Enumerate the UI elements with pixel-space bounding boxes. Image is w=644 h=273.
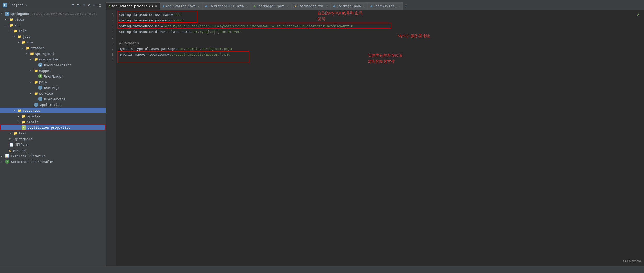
tree-label-help-md: HELP.md [15,143,29,147]
tab-label: UserPojo.java [337,4,361,8]
expand-arrow [1,160,4,163]
tree-item-help-md[interactable]: 📄 HELP.md [0,142,106,147]
tree-item-java[interactable]: 📁 java [0,34,106,39]
project-dropdown-icon[interactable]: ▾ [26,3,27,7]
java-tab-icon2: ● [205,4,207,8]
tab-close-icon[interactable]: ✕ [326,5,328,8]
structure-icon[interactable]: ≡ [77,3,79,7]
tab-usercontroller-java[interactable]: ● UserController.java ✕ [202,2,251,10]
tab-close-icon[interactable]: ✕ [155,4,157,8]
project-tree: P SpringBoot C:\Users\50194\Desktop\idea… [0,10,106,266]
tab-userservice-java[interactable]: ● UserService... [368,2,402,10]
tree-label-service: service [39,92,53,95]
tab-label: UserController.java [209,4,244,8]
tree-item-external-libs[interactable]: 📊 External Libraries [0,153,106,159]
tab-userpojo-java[interactable]: ● UserPojo.java ✕ [331,2,368,10]
tree-item-springboot[interactable]: P SpringBoot C:\Users\50194\Desktop\idea… [0,11,106,17]
tree-item-controller[interactable]: 📁 controller [0,56,106,62]
line-num-7: 7 [107,46,115,52]
prop-key-1: spring.datasource.username [119,12,171,18]
tree-item-main[interactable]: 📁 main [0,28,106,34]
code-lines[interactable]: spring.datasource.username=root spring.d… [116,10,644,266]
tab-application-properties[interactable]: ⚙ application.properties ✕ [106,2,160,10]
expand-arrow [30,81,33,84]
title-icons: ⊕ ≡ ⊟ ⚙ — □ [72,3,103,7]
code-line-7: mybatis.type-aliases-package=com.example… [119,46,641,52]
code-line-3: spring.datasource.url=jdbc:mysql://local… [119,23,641,29]
tree-item-mapper[interactable]: 📁 mapper [0,68,106,73]
tab-usermapper-xml[interactable]: ◈ UserMapper.xml ✕ [292,2,331,10]
code-line-1: spring.datasource.username=root [119,12,641,18]
tree-label-application-properties: application.properties [28,126,70,130]
tree-label-com: com [27,40,33,44]
tree-item-gitignore[interactable]: ◫ .gitignore [0,136,106,142]
xml-tab-icon: ◈ [295,4,296,8]
expand-arrow [1,12,4,15]
tree-item-springboot-pkg[interactable]: 📁 springboot [0,51,106,56]
project-title[interactable]: Project [9,3,23,7]
tab-usermapper-java[interactable]: ◉ UserMapper.java ✕ [251,2,291,10]
resources-folder-icon: 📁 [18,109,22,112]
tree-label-scratches: Scratches and Consoles [11,160,54,164]
line-num-4: 4 [107,29,115,35]
maximize-icon[interactable]: □ [99,3,101,7]
tree-item-test[interactable]: 📁 test [0,130,106,136]
tree-item-userpojo[interactable]: C UserPojo [0,85,106,90]
code-line-2: spring.datasource.password=admin [119,18,641,23]
tree-item-example[interactable]: 📁 example [0,45,106,51]
tree-item-src[interactable]: 📁 src [0,22,106,28]
tab-label: UserService... [374,4,400,8]
settings-icon[interactable]: ⚙ [88,3,90,7]
minimize-icon[interactable]: — [93,3,96,7]
usermapper-java-icon: I [38,74,42,78]
tree-item-pom-xml[interactable]: ◧ pom.xml [0,147,106,153]
line-numbers: 1 2 3 4 5 6 7 8 9 [106,10,116,266]
tab-label: Application.java [166,4,196,8]
line-num-2: 2 [107,18,115,23]
usercontroller-java-icon: C [38,63,42,67]
tree-label-userpojo: UserPojo [44,86,60,90]
tree-item-resources[interactable]: 📁 resources [0,108,106,113]
mybatis-folder-icon: 📁 [22,114,26,118]
controller-folder-icon: 📁 [34,57,38,61]
collapse-icon[interactable]: ⊟ [83,3,85,7]
java-folder-icon: 📁 [18,35,22,39]
expand-arrow [18,41,21,44]
tree-item-application[interactable]: C Application [0,102,106,108]
tree-item-pojo[interactable]: 📁 pojo [0,79,106,85]
tree-item-scratches[interactable]: S Scratches and Consoles [0,159,106,164]
tab-application-java[interactable]: ● Application.java ✕ [160,2,202,10]
tree-label-userservice: UserService [44,97,66,101]
tree-item-static[interactable]: 📁 static [0,119,106,125]
java-tab-icon4: ● [370,4,372,8]
expand-arrow [9,29,12,32]
tab-close-icon[interactable]: ✕ [287,5,289,8]
tab-close-icon[interactable]: ✕ [363,5,365,8]
tree-item-application-properties[interactable]: ⚙ application.properties [0,125,106,130]
tab-label: application.properties [112,4,153,8]
tree-label-main: main [19,29,26,33]
tree-item-usermapper[interactable]: I UserMapper [0,73,106,79]
prop-val-7: com.example.springboot.pojo [177,46,232,52]
tree-item-service[interactable]: 📁 service [0,90,106,96]
com-folder-icon: 📁 [22,40,26,44]
prop-val-1: root [173,12,181,18]
tree-item-userservice[interactable]: C UserService [0,96,106,102]
tree-item-usercontroller[interactable]: C UserController [0,62,106,68]
tree-item-mybatis[interactable]: 📁 mybatis [0,113,106,119]
pojo-folder-icon: 📁 [34,80,38,84]
tree-label-mybatis: mybatis [27,114,41,118]
tab-close-icon[interactable]: ✕ [198,5,200,8]
tree-item-idea[interactable]: 📁 .idea [0,17,106,22]
new-file-icon[interactable]: ⊕ [72,3,74,7]
springboot-pkg-folder-icon: 📁 [30,52,34,56]
tabs-more-button[interactable]: ▾ [403,2,409,10]
tree-label-usercontroller: UserController [44,63,71,67]
tree-label-mapper: mapper [39,69,51,73]
tab-close-icon[interactable]: ✕ [246,5,248,8]
comment-line-6: #??mybatis [119,40,139,46]
tree-label-pom-xml: pom.xml [13,148,27,152]
service-folder-icon: 📁 [34,92,38,95]
tree-item-com[interactable]: 📁 com [0,39,106,45]
checkmark-icon: ✓ [637,12,640,17]
